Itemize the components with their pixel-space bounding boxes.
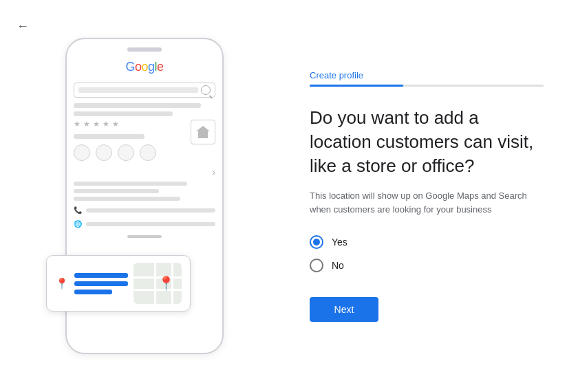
action-icon-2: [96, 144, 112, 161]
radio-label-no: No: [332, 260, 344, 271]
search-icon: [201, 85, 211, 95]
location-card: 📍 📍: [46, 255, 191, 312]
phone-text: [86, 208, 215, 213]
desc-line-3: [74, 197, 180, 201]
store-roof: [196, 126, 210, 131]
desc-line-1: [74, 182, 187, 186]
radio-label-yes: Yes: [332, 237, 347, 248]
star-5: ★: [112, 120, 119, 129]
question-title: Do you want to add a location customers …: [310, 106, 544, 178]
progress-bar-fill: [310, 85, 403, 87]
google-logo: Google: [74, 57, 215, 77]
globe-icon: 🌐: [74, 220, 82, 228]
map-road-v1: [154, 263, 156, 304]
search-bar-fill: [78, 87, 198, 93]
next-button[interactable]: Next: [310, 297, 378, 322]
right-panel: Create profile Do you want to add a loca…: [289, 43, 578, 349]
phone-mockup: Google ★ ★ ★ ★ ★: [65, 38, 224, 354]
card-line-2: [74, 281, 128, 286]
map-pin-icon: 📍: [158, 276, 175, 290]
action-icon-4: [140, 144, 156, 161]
info-line: [74, 134, 144, 139]
radio-option-no[interactable]: No: [310, 259, 544, 272]
radio-inner-yes: [313, 239, 320, 246]
question-description: This location will show up on Google Map…: [310, 189, 544, 216]
result-line-2: [74, 111, 173, 116]
desc-line-2: [74, 189, 159, 193]
phone-bottom-section: 📞 🌐: [67, 206, 222, 228]
card-line-3: [74, 290, 112, 294]
star-2: ★: [83, 120, 90, 129]
action-icon-3: [118, 144, 134, 161]
phone-bottom-line-1: 📞: [74, 206, 215, 215]
star-1: ★: [74, 120, 81, 129]
card-line-1: [74, 273, 128, 278]
action-icons-row: [74, 144, 215, 161]
star-4: ★: [103, 120, 109, 129]
phone-bottom-line-2: 🌐: [74, 220, 215, 228]
result-line-1: [74, 103, 201, 108]
illustration-panel: Google ★ ★ ★ ★ ★: [0, 0, 289, 392]
phone-search-bar: [74, 83, 215, 98]
radio-option-yes[interactable]: Yes: [310, 235, 544, 249]
website-text: [86, 222, 215, 226]
store-body: [198, 131, 208, 138]
chevron-icon: ›: [74, 166, 215, 177]
stars-block: ★ ★ ★ ★ ★: [74, 120, 215, 129]
card-text-lines: [74, 273, 128, 294]
radio-outer-no: [310, 259, 323, 272]
map-thumbnail: 📍: [133, 263, 182, 304]
action-icon-1: [74, 144, 90, 161]
progress-bar-container: [310, 85, 544, 87]
location-pin-icon: 📍: [55, 277, 69, 290]
radio-outer-yes: [310, 235, 323, 249]
phone-icon: 📞: [74, 206, 82, 215]
store-icon: [191, 120, 215, 144]
home-indicator: [127, 235, 162, 238]
progress-label: Create profile: [310, 70, 544, 80]
phone-speaker: [127, 47, 162, 52]
progress-section: Create profile: [310, 70, 544, 87]
radio-group: Yes No: [310, 235, 544, 272]
star-3: ★: [93, 120, 100, 129]
